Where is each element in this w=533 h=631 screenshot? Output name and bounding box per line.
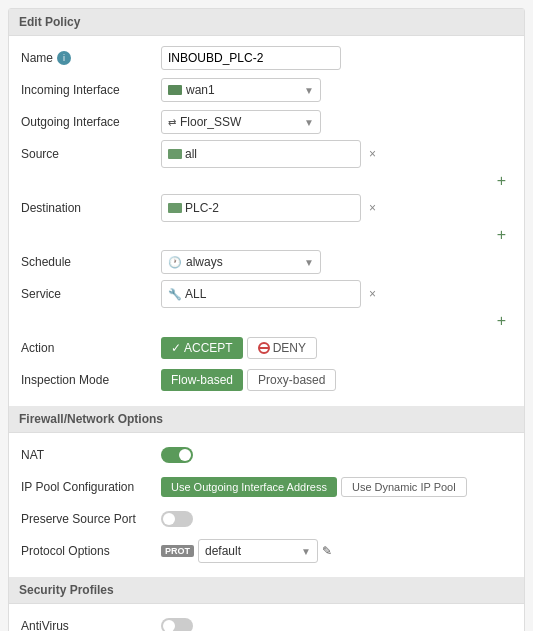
nat-label: NAT: [21, 448, 161, 462]
destination-tag-plc2: PLC-2: [168, 201, 219, 215]
outgoing-interface-caret: ▼: [304, 117, 314, 128]
destination-row: Destination PLC-2 ×: [21, 194, 512, 222]
preserve-source-control: [161, 511, 512, 527]
service-tag-box[interactable]: 🔧 ALL: [161, 280, 361, 308]
source-row: Source all ×: [21, 140, 512, 168]
name-row: Name i: [21, 44, 512, 72]
use-outgoing-btn[interactable]: Use Outgoing Interface Address: [161, 477, 337, 497]
inspection-btn-group: Flow-based Proxy-based: [161, 369, 336, 391]
action-row: Action ✓ ACCEPT DENY: [21, 334, 512, 362]
source-tag-all: all: [168, 147, 197, 161]
schedule-row: Schedule 🕐 always ▼: [21, 248, 512, 276]
source-tag-box[interactable]: all: [161, 140, 361, 168]
incoming-interface-row: Incoming Interface wan1 ▼: [21, 76, 512, 104]
firewall-section-header: Firewall/Network Options: [9, 406, 524, 433]
protocol-options-label: Protocol Options: [21, 544, 161, 558]
action-control: ✓ ACCEPT DENY: [161, 337, 512, 359]
schedule-icon: 🕐: [168, 256, 182, 269]
destination-clear-btn[interactable]: ×: [369, 201, 376, 215]
deny-button[interactable]: DENY: [247, 337, 317, 359]
source-add-btn[interactable]: +: [161, 172, 506, 190]
inspection-mode-row: Inspection Mode Flow-based Proxy-based: [21, 366, 512, 394]
inspection-mode-label: Inspection Mode: [21, 373, 161, 387]
antivirus-label: AntiVirus: [21, 619, 161, 631]
protocol-value: default: [205, 544, 241, 558]
ip-pool-label: IP Pool Configuration: [21, 480, 161, 494]
ip-pool-control: Use Outgoing Interface Address Use Dynam…: [161, 477, 512, 497]
proxy-based-button[interactable]: Proxy-based: [247, 369, 336, 391]
service-tag-all: 🔧 ALL: [168, 287, 206, 301]
interface-icon: [168, 85, 182, 95]
inspection-mode-control: Flow-based Proxy-based: [161, 369, 512, 391]
check-icon: ✓: [171, 341, 181, 355]
protocol-edit-icon[interactable]: ✎: [322, 544, 332, 558]
dest-add-btn[interactable]: +: [161, 226, 506, 244]
nat-toggle[interactable]: [161, 447, 193, 463]
source-icon: [168, 149, 182, 159]
source-label: Source: [21, 147, 161, 161]
preserve-source-toggle[interactable]: [161, 511, 193, 527]
incoming-interface-select[interactable]: wan1 ▼: [161, 78, 321, 102]
destination-tag-box[interactable]: PLC-2: [161, 194, 361, 222]
service-icon: 🔧: [168, 288, 182, 301]
source-control: all ×: [161, 140, 512, 168]
outgoing-interface-row: Outgoing Interface ⇄ Floor_SSW ▼: [21, 108, 512, 136]
protocol-options-control: PROT default ▼ ✎: [161, 539, 512, 563]
service-plus-row: +: [161, 312, 512, 330]
ip-pool-row: IP Pool Configuration Use Outgoing Inter…: [21, 473, 512, 501]
source-plus-row: +: [161, 172, 512, 190]
security-section-header: Security Profiles: [9, 577, 524, 604]
service-clear-btn[interactable]: ×: [369, 287, 376, 301]
service-add-btn[interactable]: +: [161, 312, 506, 330]
outgoing-interface-control: ⇄ Floor_SSW ▼: [161, 110, 512, 134]
incoming-interface-caret: ▼: [304, 85, 314, 96]
dest-plus-row: +: [161, 226, 512, 244]
nat-control: [161, 447, 512, 463]
schedule-value: always: [186, 255, 223, 269]
ip-pool-btn-group: Use Outgoing Interface Address Use Dynam…: [161, 477, 467, 497]
action-label: Action: [21, 341, 161, 355]
antivirus-toggle[interactable]: [161, 618, 193, 631]
name-info-icon[interactable]: i: [57, 51, 71, 65]
deny-icon: [258, 342, 270, 354]
incoming-interface-control: wan1 ▼: [161, 78, 512, 102]
source-clear-btn[interactable]: ×: [369, 147, 376, 161]
firewall-title: Firewall/Network Options: [19, 412, 163, 426]
incoming-interface-value: wan1: [186, 83, 215, 97]
outgoing-icon: ⇄: [168, 117, 176, 128]
preserve-source-row: Preserve Source Port: [21, 505, 512, 533]
name-input[interactable]: [161, 46, 341, 70]
service-label: Service: [21, 287, 161, 301]
antivirus-control: [161, 618, 512, 631]
accept-button[interactable]: ✓ ACCEPT: [161, 337, 243, 359]
nat-row: NAT: [21, 441, 512, 469]
schedule-caret: ▼: [304, 257, 314, 268]
edit-policy-header: Edit Policy: [9, 9, 524, 36]
outgoing-interface-value: Floor_SSW: [180, 115, 241, 129]
action-btn-group: ✓ ACCEPT DENY: [161, 337, 317, 359]
name-label: Name i: [21, 51, 161, 65]
schedule-label: Schedule: [21, 255, 161, 269]
preserve-source-label: Preserve Source Port: [21, 512, 161, 526]
service-control: 🔧 ALL ×: [161, 280, 512, 308]
service-row: Service 🔧 ALL ×: [21, 280, 512, 308]
destination-control: PLC-2 ×: [161, 194, 512, 222]
protocol-caret: ▼: [301, 546, 311, 557]
schedule-select[interactable]: 🕐 always ▼: [161, 250, 321, 274]
security-title: Security Profiles: [19, 583, 114, 597]
schedule-control: 🕐 always ▼: [161, 250, 512, 274]
page-title: Edit Policy: [19, 15, 80, 29]
outgoing-interface-select[interactable]: ⇄ Floor_SSW ▼: [161, 110, 321, 134]
protocol-options-row: Protocol Options PROT default ▼ ✎: [21, 537, 512, 565]
protocol-select[interactable]: default ▼: [198, 539, 318, 563]
prot-badge: PROT: [161, 545, 194, 557]
destination-label: Destination: [21, 201, 161, 215]
antivirus-row: AntiVirus: [21, 612, 512, 631]
outgoing-interface-label: Outgoing Interface: [21, 115, 161, 129]
use-dynamic-btn[interactable]: Use Dynamic IP Pool: [341, 477, 467, 497]
incoming-interface-label: Incoming Interface: [21, 83, 161, 97]
flow-based-button[interactable]: Flow-based: [161, 369, 243, 391]
dest-icon: [168, 203, 182, 213]
name-control: [161, 46, 512, 70]
